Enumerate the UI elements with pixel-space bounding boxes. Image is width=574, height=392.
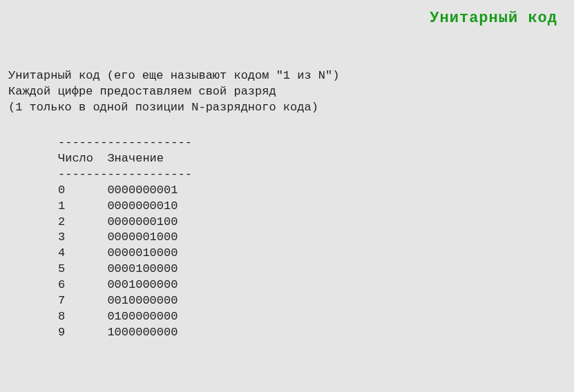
description-line-3: (1 только в одной позиции N-разрядного к… <box>8 100 566 116</box>
table-row: 9 1000000000 <box>58 325 566 341</box>
table-row: 8 0100000000 <box>58 309 566 325</box>
description-line-1: Унитарный код (его еще называют кодом "1… <box>8 68 566 84</box>
table-row: 6 0001000000 <box>58 277 566 293</box>
table-row: 5 0000100000 <box>58 262 566 277</box>
description-line-2: Каждой цифре предоставляем свой разряд <box>8 84 566 100</box>
code-table: ------------------- Число Значение -----… <box>8 135 566 341</box>
table-row: 2 0000000100 <box>58 215 566 231</box>
table-row: 7 0010000000 <box>58 293 566 309</box>
table-row: 3 0000001000 <box>58 230 566 246</box>
table-header: Число Значение <box>58 151 566 167</box>
content-area: Унитарный код (его еще называют кодом "1… <box>0 27 574 341</box>
page-title: Унитарный код <box>0 0 574 27</box>
table-rows: 0 00000000011 00000000102 00000001003 00… <box>58 183 566 341</box>
table-row: 1 0000000010 <box>58 199 566 215</box>
table-divider-mid: ------------------- <box>58 167 566 183</box>
table-row: 0 0000000001 <box>58 183 566 199</box>
table-row: 4 0000010000 <box>58 246 566 262</box>
table-divider-top: ------------------- <box>58 135 566 151</box>
